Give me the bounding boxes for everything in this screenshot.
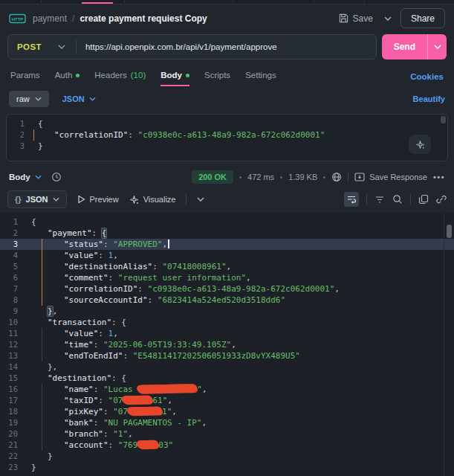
response-body-viewer[interactable]: 1{2"payment": {3"status": "APPROVED",4"v… (0, 213, 454, 476)
more-options-button[interactable]: ••• (433, 173, 445, 181)
code-line[interactable]: 1{ (7, 118, 447, 129)
code-line[interactable]: 8"sourceAccountId": "6823414a524ed520d35… (0, 295, 454, 306)
response-format-dropdown[interactable]: {} JSON (7, 190, 67, 208)
code-line[interactable]: 22} (0, 451, 454, 462)
code-token: , (202, 385, 207, 394)
url-input[interactable]: POST https://api.openpix.com.br/api/v1/p… (7, 34, 377, 60)
cookies-link[interactable]: Cookies (410, 72, 444, 86)
response-time[interactable]: 472 ms (247, 173, 274, 181)
code-token: "07 (113, 407, 128, 416)
code-line[interactable]: 19"bank": "NU PAGAMENTOS - IP", (0, 417, 454, 428)
code-content: "comment": "request user information", (25, 272, 454, 283)
code-content: }, (25, 361, 454, 373)
preview-button[interactable]: Preview (77, 195, 119, 204)
body-type-dropdown[interactable]: raw (9, 91, 49, 107)
visualize-button[interactable]: Visualize (129, 195, 176, 205)
tab-headers[interactable]: Headers (10) (94, 71, 146, 86)
code-token: : (94, 418, 103, 428)
code-line[interactable]: 9}, (0, 306, 454, 317)
code-line[interactable]: 12"time": "2025-06-05T19:33:49.105Z", (0, 339, 454, 350)
code-content: } (25, 451, 454, 462)
code-line[interactable]: 4"value": 1, (0, 250, 454, 261)
status-dot (76, 74, 80, 77)
code-token: , (53, 306, 58, 316)
more-views-button[interactable] (197, 197, 204, 202)
send-button[interactable]: Send (382, 34, 447, 60)
clock-history-icon[interactable] (51, 172, 62, 182)
breadcrumb-collection[interactable]: payment (33, 13, 67, 24)
code-line[interactable]: 15"destination": { (0, 373, 454, 384)
tab-auth[interactable]: Auth (55, 71, 80, 86)
code-token: : (94, 340, 103, 350)
code-token: : (103, 407, 113, 416)
tab-separator (233, 1, 233, 3)
save-options-button[interactable] (382, 16, 392, 21)
code-line[interactable]: 6"comment": "request user information", (0, 272, 454, 283)
link-icon[interactable] (436, 194, 447, 205)
code-line[interactable]: 2"payment": { (0, 228, 454, 239)
code-line[interactable]: 7"correlationID": "c0938e0c-a613-48a9-98… (0, 283, 454, 295)
code-content: "branch": "1", (25, 428, 454, 440)
code-line[interactable]: 13"endToEndId": "E54811417202506051933zD… (0, 350, 454, 361)
code-line[interactable]: 3} (7, 141, 447, 152)
body-format-dropdown[interactable]: JSON (62, 94, 96, 103)
code-token: "comment" (64, 273, 108, 283)
code-line[interactable]: 11"value": 1, (0, 328, 454, 339)
code-token: : (94, 385, 103, 394)
code-line[interactable]: 16"name": "Lucas ", (0, 384, 454, 395)
tab-params[interactable]: Params (10, 71, 40, 86)
chevron-down-icon[interactable] (58, 45, 65, 49)
line-number: 17 (0, 395, 25, 406)
save-response-button[interactable]: Save Response (354, 173, 427, 181)
share-button[interactable]: Share (401, 8, 445, 28)
code-line[interactable]: 5"destinationAlias": "07418008961", (0, 261, 454, 272)
scrollbar-thumb[interactable] (441, 116, 446, 123)
code-line[interactable]: 2"correlationID": "c0938e0c-a613-48a9-98… (7, 129, 447, 141)
tab-scripts[interactable]: Scripts (204, 71, 230, 86)
code-token: : (98, 396, 108, 405)
filter-icon[interactable] (374, 195, 385, 205)
code-token: { (102, 228, 107, 238)
status-badge[interactable]: 200 OK (192, 170, 233, 184)
code-line[interactable]: 14}, (0, 361, 454, 373)
network-icon[interactable] (331, 172, 342, 182)
response-view-dropdown[interactable]: Body (9, 173, 42, 181)
separator-dot (239, 176, 241, 178)
beautify-link[interactable]: Beautify (413, 94, 445, 103)
tab-settings[interactable]: Settings (245, 71, 276, 86)
request-url[interactable]: https://api.openpix.com.br/api/v1/paymen… (85, 42, 277, 51)
code-line[interactable]: 10"transaction": { (0, 317, 454, 328)
redaction-scribble (137, 440, 158, 449)
save-button[interactable]: Save (339, 13, 373, 24)
send-options-button[interactable] (427, 34, 447, 60)
code-line[interactable]: 20"branch": "1", (0, 428, 454, 440)
method-selector[interactable]: POST (17, 42, 42, 51)
code-token: "taxID" (64, 396, 98, 405)
scrollbar-thumb[interactable] (447, 225, 452, 238)
code-line[interactable]: 1{ (0, 216, 454, 228)
request-body-editor[interactable]: 1{2"correlationID": "c0938e0c-a613-48a9-… (6, 114, 448, 161)
wrap-line-button[interactable] (344, 192, 359, 207)
send-button-label[interactable]: Send (382, 34, 427, 60)
format-document-button[interactable] (409, 135, 431, 154)
code-token: : (108, 273, 118, 283)
code-token: : (103, 429, 113, 439)
code-line[interactable]: 3"status": "APPROVED", (0, 239, 454, 250)
code-line[interactable]: 18"pixKey": "071", (0, 406, 454, 417)
code-token: "name" (64, 385, 94, 394)
code-line[interactable]: 17"taxID": "0761", (0, 395, 454, 406)
tab-body[interactable]: Body (160, 71, 189, 86)
code-content: "payment": { (25, 228, 454, 239)
line-number: 5 (0, 261, 25, 272)
copy-icon[interactable] (418, 194, 429, 205)
code-token: , (231, 340, 236, 350)
headers-count: (10) (131, 71, 146, 80)
save-icon (339, 13, 348, 23)
code-token: "pixKey" (64, 407, 103, 416)
body-type-label: raw (16, 94, 30, 103)
code-line[interactable]: 21"account": "76903" (0, 440, 454, 451)
code-line[interactable]: 23} (0, 462, 454, 473)
code-token: "1" (113, 429, 128, 439)
search-icon[interactable] (392, 194, 403, 205)
response-size[interactable]: 1.39 KB (288, 173, 317, 181)
